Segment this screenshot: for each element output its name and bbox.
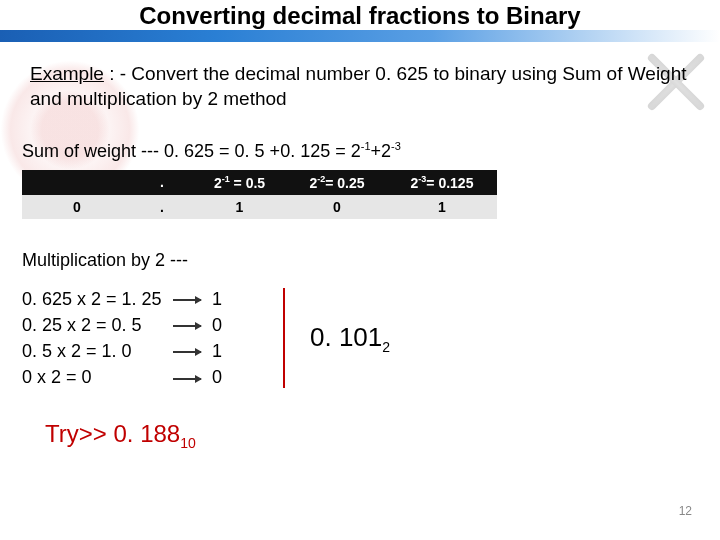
hdr-c4: 2-3= 0.125 [387,170,497,195]
hdr-c1: . [132,170,192,195]
mult-row: 0 x 2 = 0 0 [22,364,222,390]
result-base: 2 [382,339,390,355]
weight-table: . 2-1 = 0.5 2-2= 0.25 2-3= 0.125 0 . 1 0… [22,170,497,219]
sum-of-weight-equation: Sum of weight --- 0. 625 = 0. 5 +0. 125 … [22,140,401,162]
example-label: Example [30,63,104,84]
table-header-row: . 2-1 = 0.5 2-2= 0.25 2-3= 0.125 [22,170,497,195]
mult-bit: 1 [212,341,222,361]
arrow-right-icon [173,325,201,327]
binary-result: 0. 1012 [310,322,390,355]
mult-eq: 0. 25 x 2 = 0. 5 [22,312,162,338]
example-paragraph: Example : - Convert the decimal number 0… [30,62,690,111]
sow-exp1: -1 [361,140,371,152]
mult-row: 0. 5 x 2 = 1. 0 1 [22,338,222,364]
mult-eq: 0. 625 x 2 = 1. 25 [22,286,162,312]
multiplication-heading: Multiplication by 2 --- [22,250,188,271]
mult-row: 0. 25 x 2 = 0. 5 0 [22,312,222,338]
mult-eq: 0. 5 x 2 = 1. 0 [22,338,162,364]
mult-bit: 0 [212,315,222,335]
table-value-row: 0 . 1 0 1 [22,195,497,219]
val-c4: 1 [387,195,497,219]
page-number: 12 [679,504,692,518]
val-c2: 1 [192,195,287,219]
val-c0: 0 [22,195,132,219]
hdr-c0 [22,170,132,195]
val-c1: . [132,195,192,219]
mult-bit: 0 [212,367,222,387]
multiplication-steps: 0. 625 x 2 = 1. 25 1 0. 25 x 2 = 0. 5 0 … [22,286,222,390]
sow-exp2: -3 [391,140,401,152]
mult-bit: 1 [212,289,222,309]
mult-row: 0. 625 x 2 = 1. 25 1 [22,286,222,312]
arrow-right-icon [173,351,201,353]
try-base: 10 [180,435,196,451]
example-text: : - Convert the decimal number 0. 625 to… [30,63,687,109]
arrow-right-icon [173,299,201,301]
vertical-divider [283,288,285,388]
try-value: 0. 188 [113,420,180,447]
val-c3: 0 [287,195,387,219]
header-gradient-band [0,30,720,42]
mult-eq: 0 x 2 = 0 [22,364,162,390]
result-value: 0. 101 [310,322,382,352]
try-prompt: Try>> 0. 18810 [45,420,196,451]
try-prefix: Try>> [45,420,113,447]
sow-prefix: Sum of weight --- 0. 625 = 0. 5 +0. 125 … [22,141,361,161]
sow-mid: +2 [371,141,392,161]
hdr-c2: 2-1 = 0.5 [192,170,287,195]
arrow-right-icon [173,378,201,380]
page-title: Converting decimal fractions to Binary [0,2,720,30]
hdr-c3: 2-2= 0.25 [287,170,387,195]
